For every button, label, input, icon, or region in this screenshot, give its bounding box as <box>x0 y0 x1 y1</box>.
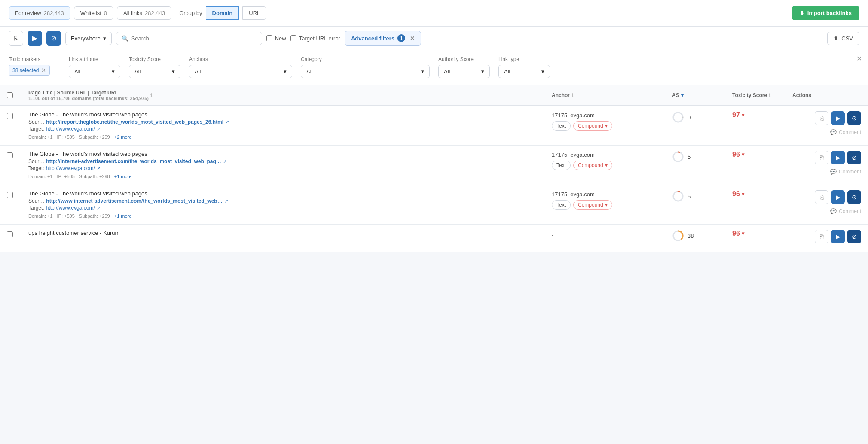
link-type-select[interactable]: All ▾ <box>498 65 550 78</box>
location-dropdown[interactable]: Everywhere ▾ <box>65 32 112 45</box>
row-1-meta-ip[interactable]: IP: +505 <box>57 134 75 140</box>
row-2-meta-subpath[interactable]: Subpath: +298 <box>79 174 110 179</box>
toxic-markers-clear-btn[interactable]: ✕ <box>41 67 46 73</box>
row-1-more-tag[interactable]: +2 more <box>114 134 132 140</box>
row-2-compound-label: Compound <box>578 162 603 168</box>
row-4-block-btn[interactable]: ⊘ <box>847 230 861 243</box>
row-3-comment-btn[interactable]: 💬 Comment <box>830 208 861 214</box>
row-2-source-link[interactable]: http://internet-advertisement.com/the_wo… <box>46 158 221 164</box>
row-3-meta-ip[interactable]: IP: +505 <box>57 213 75 219</box>
category-select[interactable]: All ▾ <box>301 65 430 78</box>
row-2-comment-btn[interactable]: 💬 Comment <box>830 169 861 175</box>
row-1-compound-label: Compound <box>578 123 603 129</box>
row-4-checkbox[interactable] <box>7 231 13 237</box>
toxicity-score-info-icon[interactable]: ℹ <box>769 93 770 98</box>
row-4-send-btn[interactable]: ▶ <box>831 230 845 243</box>
row-1-external-icon[interactable]: ↗ <box>225 119 229 125</box>
svg-point-2 <box>673 152 683 161</box>
row-3-checkbox[interactable] <box>7 192 13 198</box>
advanced-filters-btn[interactable]: Advanced filters 1 ✕ <box>345 31 421 46</box>
row-2-tag-compound[interactable]: Compound ▾ <box>573 161 612 170</box>
row-2-copy-btn[interactable]: ⎘ <box>815 151 828 164</box>
category-group: Category All ▾ <box>301 56 430 78</box>
link-attribute-label: Link attribute <box>69 56 120 62</box>
row-3-target-link[interactable]: http://www.evga.com/ <box>46 205 95 211</box>
row-1-source-link[interactable]: http://ireport.theglobe.net/the_worlds_m… <box>46 119 223 125</box>
row-3-send-btn[interactable]: ▶ <box>831 190 845 204</box>
as-column-header[interactable]: AS ▾ <box>672 92 732 98</box>
row-1-target-link[interactable]: http://www.evga.com/ <box>46 126 95 132</box>
row-4-action-icons: ⎘ ▶ ⊘ <box>815 230 861 243</box>
row-1-tag-compound[interactable]: Compound ▾ <box>573 121 612 131</box>
anchors-label: Anchors <box>189 56 292 62</box>
target-url-error-checkbox-label[interactable]: Target URL error <box>290 35 340 42</box>
row-1-as-col: 0 <box>672 111 732 123</box>
row-2-anchor-col: 17175. evga.com Text Compound ▾ <box>552 151 672 170</box>
row-3-meta-subpath[interactable]: Subpath: +299 <box>79 213 110 219</box>
row-2-external-icon[interactable]: ↗ <box>223 159 227 164</box>
block-icon-btn[interactable]: ⊘ <box>46 31 61 46</box>
import-backlinks-button[interactable]: ⬇ Import backlinks <box>792 6 859 20</box>
search-wrapper: 🔍 <box>116 32 262 45</box>
row-3-more-tag[interactable]: +1 more <box>114 213 132 219</box>
row-1-comment-btn[interactable]: 💬 Comment <box>830 129 861 135</box>
row-3-target-external-icon[interactable]: ↗ <box>97 205 101 211</box>
anchors-value: All <box>195 68 201 75</box>
row-1-comment-icon: 💬 <box>830 129 837 135</box>
row-2-checkbox[interactable] <box>7 152 13 158</box>
new-checkbox-label[interactable]: New <box>266 35 286 42</box>
row-1-anchor-id: 17175. evga.com <box>552 112 672 119</box>
page-title-info-icon[interactable]: ℹ <box>150 93 152 98</box>
row-1-checkbox[interactable] <box>7 113 13 119</box>
row-2-meta-domain[interactable]: Domain: +1 <box>28 174 53 179</box>
row-1-meta-domain[interactable]: Domain: +1 <box>28 134 53 140</box>
row-1-target-external-icon[interactable]: ↗ <box>97 126 101 132</box>
copy-icon-btn[interactable]: ⎘ <box>9 31 23 46</box>
backlinks-table: Page Title | Source URL | Target URL 1-1… <box>0 85 868 252</box>
row-3-meta-domain[interactable]: Domain: +1 <box>28 213 53 219</box>
row-2-as-circle <box>672 151 684 163</box>
row-1-copy-btn[interactable]: ⎘ <box>815 111 828 125</box>
tab-for-review[interactable]: For review 282,443 <box>9 6 70 20</box>
search-input[interactable] <box>131 35 257 42</box>
advanced-filter-close-btn[interactable]: ✕ <box>856 55 862 63</box>
row-1-meta-subpath[interactable]: Subpath: +299 <box>79 134 110 140</box>
toxicity-score-value: All <box>134 68 141 75</box>
select-all-checkbox[interactable] <box>7 92 13 98</box>
row-2-more-tag[interactable]: +1 more <box>114 174 132 179</box>
link-attribute-select[interactable]: All ▾ <box>69 65 120 78</box>
row-3-external-icon[interactable]: ↗ <box>224 198 228 204</box>
row-2-send-btn[interactable]: ▶ <box>831 151 845 164</box>
row-2-target-external-icon[interactable]: ↗ <box>97 166 101 171</box>
close-icon[interactable]: ✕ <box>410 35 415 42</box>
row-3-source-link[interactable]: http://www.internet-advertisement.com/th… <box>46 198 222 204</box>
row-2-meta-ip[interactable]: IP: +505 <box>57 174 75 179</box>
row-1-block-btn[interactable]: ⊘ <box>847 111 861 125</box>
new-checkbox[interactable] <box>266 35 272 41</box>
row-2-block-btn[interactable]: ⊘ <box>847 151 861 164</box>
target-url-error-checkbox[interactable] <box>290 35 296 41</box>
authority-score-select[interactable]: All ▾ <box>438 65 490 78</box>
group-by-label: Group by <box>179 10 202 16</box>
group-by-domain-btn[interactable]: Domain <box>206 6 239 20</box>
anchors-select[interactable]: All ▾ <box>189 65 292 78</box>
row-1-toxicity-dropdown-icon[interactable]: ▾ <box>742 112 744 118</box>
anchor-info-icon[interactable]: ℹ <box>572 93 573 98</box>
chevron-down-icon: ▾ <box>605 123 608 129</box>
group-by-url-btn[interactable]: URL <box>242 6 266 20</box>
row-2-toxicity-dropdown-icon[interactable]: ▾ <box>742 152 744 158</box>
row-4-copy-btn[interactable]: ⎘ <box>815 230 828 243</box>
row-3-block-btn[interactable]: ⊘ <box>847 190 861 204</box>
row-3-copy-btn[interactable]: ⎘ <box>815 190 828 204</box>
row-4-toxicity-dropdown-icon[interactable]: ▾ <box>742 231 744 237</box>
send-icon-btn[interactable]: ▶ <box>28 31 42 46</box>
row-2-comment-icon: 💬 <box>830 169 837 175</box>
row-2-target-link[interactable]: http://www.evga.com/ <box>46 165 95 171</box>
row-3-toxicity-dropdown-icon[interactable]: ▾ <box>742 191 744 197</box>
row-1-send-btn[interactable]: ▶ <box>831 111 845 125</box>
row-3-tag-compound[interactable]: Compound ▾ <box>573 200 612 210</box>
toxicity-score-select[interactable]: All ▾ <box>129 65 180 78</box>
tab-whitelist[interactable]: Whitelist 0 <box>74 6 113 20</box>
csv-button[interactable]: ⬆ CSV <box>827 32 859 45</box>
tab-all-links[interactable]: All links 282,443 <box>117 6 171 20</box>
